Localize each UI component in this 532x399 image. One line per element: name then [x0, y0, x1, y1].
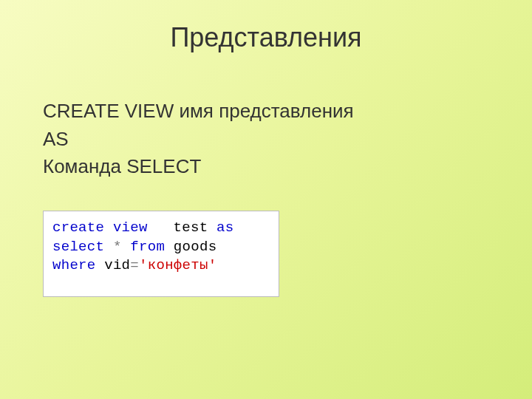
str-value: 'конфеты': [139, 257, 216, 273]
op-eq: =: [130, 257, 139, 273]
op-star: *: [113, 239, 122, 255]
body-line-1: CREATE VIEW имя представления: [43, 98, 495, 126]
body-line-2: AS: [43, 126, 495, 154]
ident-goods: goods: [174, 239, 217, 255]
kw-from: from: [130, 239, 165, 255]
slide: Представления CREATE VIEW имя представле…: [0, 0, 532, 399]
kw-view: view: [113, 219, 148, 236]
body-line-3: Команда SELECT: [43, 153, 495, 181]
body-text: CREATE VIEW имя представления AS Команда…: [37, 98, 495, 181]
slide-title: Представления: [37, 22, 495, 53]
ident-test: test: [174, 219, 208, 236]
kw-as: as: [216, 219, 233, 236]
code-line-3: where vid='конфеты': [52, 256, 270, 276]
kw-where: where: [52, 257, 96, 273]
code-line-2: select * from goods: [52, 238, 270, 257]
code-block: create view test as select * from goods …: [43, 211, 279, 297]
code-line-1: create view test as: [52, 219, 270, 238]
kw-create: create: [52, 219, 104, 236]
kw-select: select: [52, 239, 104, 255]
ident-vid: vid: [104, 257, 130, 273]
